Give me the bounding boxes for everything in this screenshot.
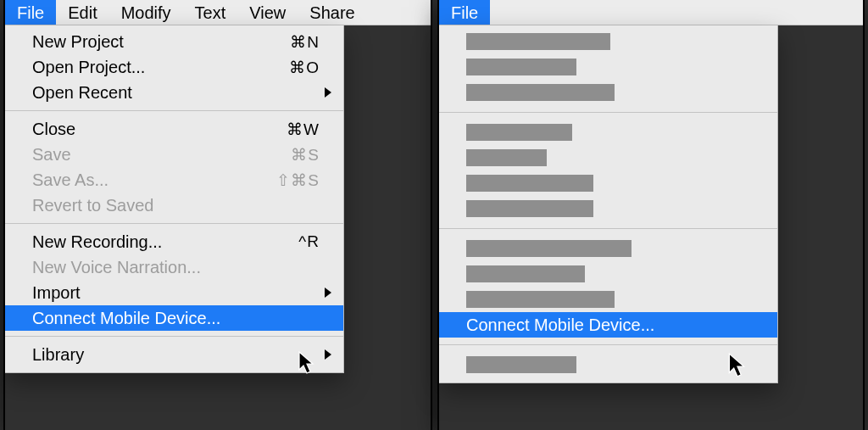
menu-item-revert-to-saved: Revert to Saved bbox=[5, 193, 343, 218]
menu-title-file[interactable]: File bbox=[5, 0, 56, 25]
redacted-label-placeholder bbox=[466, 200, 593, 217]
menu-item-label: Save bbox=[32, 145, 71, 165]
redacted-label-placeholder bbox=[466, 356, 576, 373]
submenu-arrow-icon bbox=[325, 288, 331, 298]
menu-item-shortcut: ⇧⌘S bbox=[276, 170, 320, 190]
menu-item-save-as: Save As... ⇧⌘S bbox=[5, 167, 343, 193]
redacted-label-placeholder bbox=[466, 59, 576, 75]
menu-item-placeholder[interactable] bbox=[439, 196, 777, 221]
menu-item-label: New Voice Narration... bbox=[32, 258, 201, 277]
menu-separator bbox=[439, 112, 777, 113]
redacted-label-placeholder bbox=[466, 240, 632, 257]
menu-item-shortcut: ⌘O bbox=[289, 58, 320, 77]
menu-item-import[interactable]: Import bbox=[5, 280, 343, 305]
menu-item-close[interactable]: Close ⌘W bbox=[5, 116, 343, 142]
menu-item-placeholder[interactable] bbox=[439, 287, 777, 312]
redacted-label-placeholder bbox=[466, 84, 615, 101]
menu-title-view[interactable]: View bbox=[237, 0, 298, 25]
menu-item-library[interactable]: Library bbox=[5, 342, 343, 367]
screenshot-right: File Connect Mobile Device... bbox=[439, 0, 863, 430]
menu-separator bbox=[5, 110, 343, 111]
menu-separator bbox=[5, 336, 343, 337]
redacted-label-placeholder bbox=[466, 149, 547, 166]
menu-title-file[interactable]: File bbox=[439, 0, 490, 25]
menu-item-connect-mobile-device[interactable]: Connect Mobile Device... bbox=[439, 312, 777, 338]
menu-item-placeholder[interactable] bbox=[439, 352, 777, 377]
menu-item-open-recent[interactable]: Open Recent bbox=[5, 80, 343, 105]
menu-item-placeholder[interactable] bbox=[439, 80, 777, 105]
menu-item-new-project[interactable]: New Project ⌘N bbox=[5, 29, 343, 54]
menu-item-label: New Project bbox=[32, 32, 124, 52]
menu-item-open-project[interactable]: Open Project... ⌘O bbox=[5, 54, 343, 80]
redacted-label-placeholder bbox=[466, 175, 593, 192]
menu-separator bbox=[5, 223, 343, 224]
menu-item-label: Library bbox=[32, 345, 84, 365]
submenu-arrow-icon bbox=[325, 349, 331, 360]
menu-title-share[interactable]: Share bbox=[298, 0, 366, 25]
file-menu-dropdown: New Project ⌘N Open Project... ⌘O Open R… bbox=[5, 25, 344, 373]
file-menu-dropdown-redacted: Connect Mobile Device... bbox=[439, 25, 778, 383]
menu-item-label: Import bbox=[32, 283, 81, 303]
redacted-label-placeholder bbox=[466, 291, 615, 308]
menu-item-shortcut: ⌘W bbox=[287, 120, 320, 139]
menu-item-placeholder[interactable] bbox=[439, 236, 777, 261]
menu-separator bbox=[439, 344, 777, 345]
menu-item-label: Revert to Saved bbox=[32, 196, 153, 215]
menubar: File Edit Modify Text View Share bbox=[5, 0, 431, 25]
menu-separator bbox=[439, 228, 777, 229]
menu-item-placeholder[interactable] bbox=[439, 170, 777, 196]
menu-item-connect-mobile-device[interactable]: Connect Mobile Device... bbox=[5, 305, 343, 331]
menu-item-placeholder[interactable] bbox=[439, 261, 777, 287]
menu-item-shortcut: ^R bbox=[298, 232, 320, 251]
menu-item-placeholder[interactable] bbox=[439, 29, 777, 54]
redacted-label-placeholder bbox=[466, 265, 585, 282]
menu-item-label: Save As... bbox=[32, 170, 108, 190]
redacted-label-placeholder bbox=[466, 33, 610, 50]
menu-title-edit[interactable]: Edit bbox=[56, 0, 108, 25]
menu-item-label: New Recording... bbox=[32, 232, 162, 252]
redacted-label-placeholder bbox=[466, 124, 572, 141]
menu-item-new-voice-narration: New Voice Narration... bbox=[5, 254, 343, 280]
menu-item-label: Connect Mobile Device... bbox=[32, 309, 220, 328]
menu-item-label: Connect Mobile Device... bbox=[466, 316, 654, 335]
menu-item-placeholder[interactable] bbox=[439, 120, 777, 145]
menu-item-shortcut: ⌘S bbox=[291, 145, 320, 165]
menu-item-label: Close bbox=[32, 120, 75, 139]
menu-title-text[interactable]: Text bbox=[183, 0, 238, 25]
menu-item-shortcut: ⌘N bbox=[290, 32, 320, 52]
menu-item-new-recording[interactable]: New Recording... ^R bbox=[5, 229, 343, 254]
menubar: File bbox=[439, 0, 863, 25]
menu-item-placeholder[interactable] bbox=[439, 54, 777, 80]
menu-item-label: Open Project... bbox=[32, 58, 145, 77]
submenu-arrow-icon bbox=[325, 87, 331, 98]
menu-item-save: Save ⌘S bbox=[5, 142, 343, 167]
menu-item-label: Open Recent bbox=[32, 83, 132, 103]
menu-item-placeholder[interactable] bbox=[439, 145, 777, 170]
screenshot-left: File Edit Modify Text View Share New Pro… bbox=[5, 0, 431, 430]
menu-title-modify[interactable]: Modify bbox=[109, 0, 183, 25]
